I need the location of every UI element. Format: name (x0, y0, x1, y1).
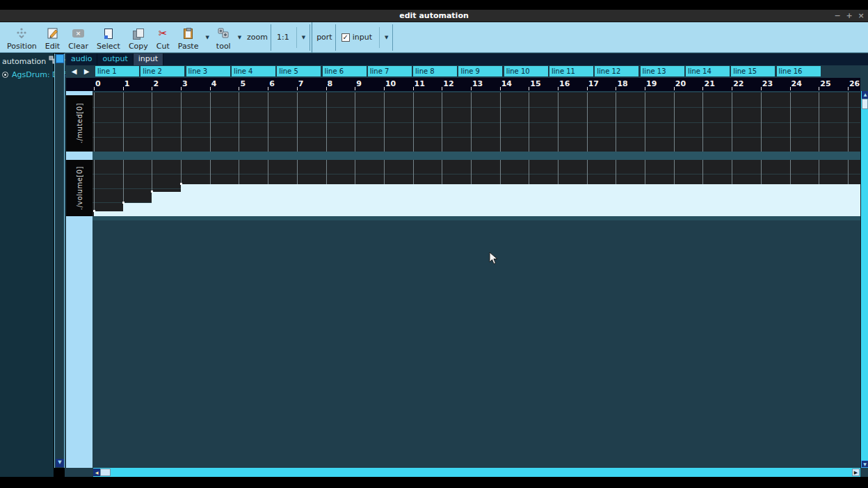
ruler-tick-label: 26 (849, 79, 860, 88)
input-checkbox-label: input (353, 33, 379, 42)
grid-line-vertical (94, 92, 95, 152)
nav-right-arrow[interactable]: ▶ (82, 67, 91, 76)
tool-button[interactable]: tool (212, 22, 235, 52)
tab-input[interactable]: input (134, 54, 163, 65)
sidebar-vertical-scrollbar[interactable]: ▼ (54, 54, 65, 468)
grid-line-vertical (558, 92, 558, 152)
line-header: line 13 (641, 66, 684, 76)
select-icon (104, 26, 113, 41)
automation-point[interactable] (151, 190, 153, 193)
select-label: Select (97, 42, 120, 51)
paste-dropdown-icon[interactable]: ▼ (202, 35, 211, 40)
scroll-up-button[interactable]: ▲ (862, 91, 868, 99)
toolbar-separator (312, 22, 312, 53)
edit-pencil-icon (47, 26, 59, 41)
input-checkbox[interactable]: ✓ (341, 33, 350, 42)
grid-line-vertical (297, 92, 298, 152)
ruler-tick (123, 87, 124, 90)
grid-line-vertical (674, 92, 675, 152)
automation-lane-volume[interactable] (93, 160, 860, 216)
close-button[interactable]: × (856, 10, 866, 22)
ruler-tick (790, 87, 791, 90)
editor-vertical-scrollbar[interactable]: ▲ ▼ (860, 91, 868, 468)
tab-output[interactable]: output (97, 54, 133, 65)
editor-horizontal-scrollbar[interactable]: ◀ ▶ (93, 468, 860, 477)
automation-lane-muted[interactable] (93, 92, 860, 152)
grid-line-vertical (587, 92, 588, 152)
ruler-tick-label: 6 (269, 79, 275, 88)
edit-button[interactable]: Edit (41, 22, 64, 52)
scroll-right-button[interactable]: ▶ (852, 469, 860, 476)
grid-line-vertical (94, 160, 95, 216)
edit-label: Edit (45, 42, 60, 51)
minimize-button[interactable]: − (833, 10, 842, 22)
clear-button[interactable]: × Clear (64, 22, 93, 52)
paste-button[interactable]: Paste (174, 22, 203, 52)
grid-line-horizontal (93, 174, 860, 174)
ruler-tick-label: 19 (646, 79, 657, 88)
line-header: line 14 (686, 66, 730, 76)
offset-ruler: 0123456789101112131415161718192021222324… (66, 78, 860, 91)
ruler-tick-label: 25 (820, 79, 830, 88)
grid-line-vertical (268, 92, 268, 152)
select-button[interactable]: Select (93, 22, 124, 52)
scroll-left-button[interactable]: ◀ (93, 469, 100, 476)
grid-line-vertical (761, 92, 762, 152)
ruler-tick (297, 87, 298, 90)
scroll-down-button[interactable]: ▼ (56, 459, 64, 467)
copy-icon (133, 26, 143, 41)
grid-line-vertical (123, 92, 124, 152)
scrollbar-handle[interactable] (862, 99, 868, 109)
line-header: line 4 (232, 66, 275, 76)
scroll-down-button[interactable]: ▼ (861, 460, 868, 468)
automation-point[interactable] (93, 210, 95, 212)
grid-line-vertical (848, 92, 849, 152)
automation-point[interactable] (122, 202, 124, 204)
ruler-tick (210, 87, 211, 90)
grid-line-vertical (819, 92, 819, 152)
ruler-tick-label: 11 (415, 79, 425, 88)
ruler-tick (819, 87, 819, 90)
scrollbar-handle[interactable] (100, 469, 111, 476)
ruler-tick-label: 12 (443, 79, 453, 88)
lane-gap-band (93, 152, 860, 160)
grid-line-vertical (732, 92, 732, 152)
ruler-tick (268, 87, 268, 90)
ruler-tick (500, 87, 501, 90)
tab-audio[interactable]: audio (66, 54, 97, 65)
zoom-dropdown-icon: ▼ (299, 35, 308, 40)
zoom-combobox[interactable]: 1:1 ▼ (271, 24, 310, 51)
ruler-tick (558, 87, 558, 90)
line-header: line 10 (504, 66, 548, 76)
cut-button[interactable]: ✂ Cut (152, 22, 174, 52)
ruler-tick-label: 15 (530, 79, 540, 88)
clear-icon: × (72, 26, 84, 41)
ruler-tick (239, 87, 239, 90)
position-button[interactable]: Position (3, 22, 41, 52)
line-header: line 12 (595, 66, 638, 76)
copy-button[interactable]: Copy (124, 22, 152, 52)
nav-left-arrow[interactable]: ◀ (70, 67, 79, 76)
ruler-tick (442, 87, 442, 90)
ruler-tick-label: 24 (791, 79, 802, 88)
gears-icon (216, 26, 230, 41)
lane-label: ./volume[0] (66, 160, 93, 216)
maximize-button[interactable]: + (844, 10, 854, 22)
ruler-tick-label: 7 (298, 79, 304, 88)
ruler-tick-label: 23 (762, 79, 773, 88)
ruler-tick (326, 87, 327, 90)
ruler-tick-label: 14 (501, 79, 512, 88)
scroll-up-handle[interactable] (56, 54, 64, 63)
ruler-tick (761, 87, 762, 90)
ruler-tick (413, 87, 414, 90)
automation-point[interactable] (180, 183, 182, 185)
ruler-tick-label: 10 (385, 79, 396, 88)
lane-label-column: ./muted[0]./volume[0] (66, 91, 93, 468)
grid-line-horizontal (93, 137, 860, 138)
line-header: line 6 (323, 66, 367, 76)
automation-value-fill (94, 211, 123, 216)
grid-line-vertical (790, 92, 791, 152)
port-combobox[interactable]: ✓ input ▼ (335, 24, 394, 51)
grid-line-vertical (471, 92, 472, 152)
tool-dropdown-icon[interactable]: ▼ (235, 35, 244, 40)
